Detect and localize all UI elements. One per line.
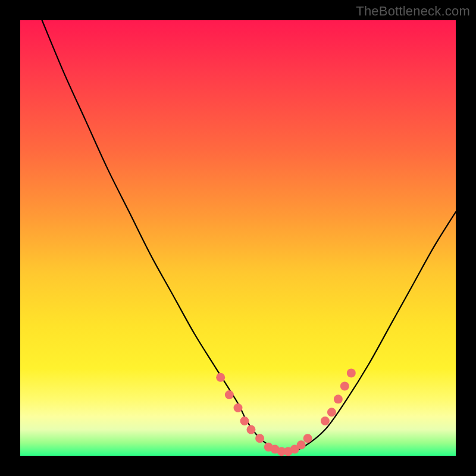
watermark-text: TheBottleneck.com bbox=[356, 4, 470, 19]
marker-dot bbox=[234, 403, 243, 412]
marker-dot bbox=[225, 390, 234, 399]
marker-dot bbox=[321, 416, 330, 425]
marker-dot bbox=[297, 440, 306, 449]
chart-frame: TheBottleneck.com bbox=[0, 0, 476, 476]
marker-dot bbox=[240, 416, 249, 425]
plot-area bbox=[20, 20, 456, 456]
marker-dot bbox=[255, 434, 264, 443]
marker-dot bbox=[246, 425, 255, 434]
curve-layer bbox=[20, 20, 456, 456]
marker-dot bbox=[340, 381, 349, 390]
marker-dot bbox=[334, 394, 343, 403]
marker-dot bbox=[347, 368, 356, 377]
marker-dot bbox=[303, 434, 312, 443]
marker-dot bbox=[216, 373, 225, 382]
marker-dot bbox=[327, 408, 336, 416]
highlighted-points bbox=[216, 368, 356, 456]
bottleneck-curve bbox=[42, 20, 456, 452]
